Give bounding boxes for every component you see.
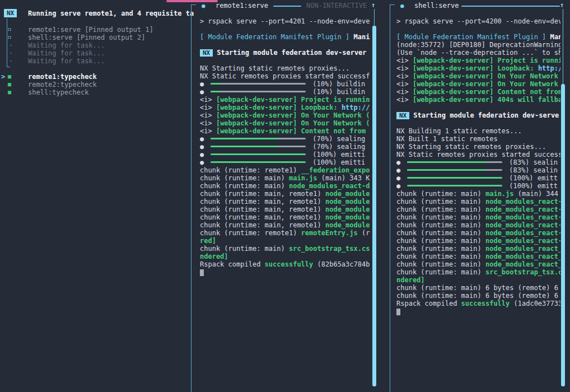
terminal-line: Rspack compiled successfully (1adc0e3773… xyxy=(396,300,560,307)
progress-label: (10%) buildin xyxy=(312,80,365,88)
progress-label: (83%) sealin xyxy=(509,166,558,174)
terminal-line: chunk (runtime: main) main.js (main) 343… xyxy=(200,174,370,182)
scrollbar-thumb[interactable] xyxy=(561,84,565,386)
terminal-line: ●(83%) sealin xyxy=(396,158,560,166)
status-dot-icon: ● xyxy=(202,2,205,10)
progress-bar xyxy=(211,161,306,163)
terminal-line xyxy=(396,307,560,315)
task-row-waiting[interactable]: · Waiting for task... xyxy=(0,41,191,49)
scroll-up-arrow[interactable]: ↑ xyxy=(371,1,375,9)
progress-bar xyxy=(211,91,306,92)
pane-shell-serve: ● shell:serve ↑ > rspack serve --port=42… xyxy=(390,0,570,392)
terminal-line: chunk (runtime: main, remote1) node_modu… xyxy=(200,198,370,206)
progress-bullet-icon: ● xyxy=(396,166,400,174)
task-label: Waiting for task... xyxy=(28,57,105,65)
progress-bar xyxy=(211,153,306,155)
pane-border-corner xyxy=(191,4,196,5)
terminal-line: chunk (runtime: main) node_modules_react… xyxy=(396,245,560,253)
nx-badge: NX xyxy=(200,49,213,57)
success-square-icon: ■ xyxy=(8,81,11,88)
pane-border xyxy=(191,4,191,392)
terminal-line: ndered] xyxy=(200,253,370,260)
task-label: shell:serve [Pinned output 2] xyxy=(28,34,146,41)
progress-label: (100%) emitti xyxy=(312,151,365,158)
scrollbar-track[interactable] xyxy=(563,9,563,84)
progress-bar xyxy=(407,161,502,163)
nx-logo-badge: NX xyxy=(4,9,17,17)
pending-dot-icon: · xyxy=(9,57,13,65)
terminal-line: chunk (runtime: remote1) remoteEntry.js … xyxy=(200,229,370,237)
progress-bar xyxy=(211,138,306,139)
progress-bar xyxy=(407,185,502,186)
terminal-line: NX Built 1 static remotes xyxy=(396,135,560,143)
spinner-icon: ⠶ xyxy=(7,34,12,41)
terminal-line xyxy=(200,57,370,64)
terminal-line: (Use `node --trace-deprecation ...` to s… xyxy=(396,49,560,57)
terminal-cursor xyxy=(396,309,400,315)
task-row-waiting[interactable]: · Waiting for task... xyxy=(0,49,191,57)
task-list-panel: NX Running serve remote1, and 4 requisit… xyxy=(0,0,191,392)
terminal-line: <i> [webpack-dev-server] On Your Network… xyxy=(200,111,370,119)
terminal-line: chunk (runtime: main) node_modules_react… xyxy=(396,237,560,245)
terminal-line: ndered] xyxy=(396,276,560,284)
terminal-line: > rspack serve --port=4201 --node-env=de… xyxy=(200,17,370,25)
terminal-line: <i> [webpack-dev-server] Content not fro… xyxy=(200,127,370,135)
success-square-icon: ■ xyxy=(8,73,11,81)
terminal-line: ●(100%) emitti xyxy=(200,158,370,166)
task-label: shell:typecheck xyxy=(28,88,88,96)
terminal-line: chunk (runtime: main) node_modules_react… xyxy=(396,206,560,213)
scrollbar-thumb[interactable] xyxy=(372,26,376,386)
task-row-shell-typecheck[interactable]: ■ shell:typecheck xyxy=(0,88,191,96)
terminal-line: NX Starting static remotes proxies... xyxy=(396,143,560,151)
terminal-output-remote1-serve: > rspack serve --port=4201 --node-env=de… xyxy=(200,17,370,390)
terminal-line: chunk (runtime: main, remote1) node_modu… xyxy=(200,206,370,213)
title-dash xyxy=(461,6,560,7)
task-row-remote1-serve[interactable]: ⠶ remote1:serve [Pinned output 1] xyxy=(0,26,191,34)
terminal-line xyxy=(200,268,370,276)
terminal-line: <i> [webpack-dev-server] 404s will fallb… xyxy=(396,96,560,104)
progress-bar xyxy=(407,177,502,179)
terminal-line: <i> [webpack-dev-server] Project is runn… xyxy=(200,96,370,104)
terminal-line: Rspack compiled successfully (82b65a3c78… xyxy=(200,260,370,268)
scroll-up-arrow[interactable]: ↑ xyxy=(560,1,564,9)
task-row-remote2-typecheck[interactable]: ■ remote2:typecheck xyxy=(0,81,191,88)
terminal-line: [ Module Federation Manifest Plugin ] Ma… xyxy=(200,33,370,41)
terminal-line: ●(10%) buildin xyxy=(200,88,370,96)
terminal-line: chunk (runtime: main) node_modules_react… xyxy=(396,221,560,229)
terminal-line: > rspack serve --port=4200 --node-env=de… xyxy=(396,17,560,25)
nx-badge: NX xyxy=(396,112,409,119)
success-square-icon: ■ xyxy=(8,88,11,96)
pane-title: shell:serve xyxy=(414,2,459,10)
terminal-line: [ Module Federation Manifest Plugin ] Ma… xyxy=(396,33,560,41)
progress-bullet-icon: ● xyxy=(396,158,400,166)
spinner-icon: ⠶ xyxy=(7,26,12,34)
terminal-line: chunk (runtime: main, remote1) node_modu… xyxy=(200,190,370,198)
terminal-line: chunk (runtime: main, remote1) node_modu… xyxy=(200,221,370,229)
progress-label: (10%) buildin xyxy=(312,88,365,96)
terminal-line: NX Starting static remotes proxies... xyxy=(200,64,370,72)
progress-bullet-icon: ● xyxy=(200,88,204,96)
task-row-remote1-typecheck[interactable]: > ■ remote1:typecheck xyxy=(0,73,191,81)
progress-bar xyxy=(407,169,502,171)
progress-bullet-icon: ● xyxy=(200,143,204,151)
task-row-shell-serve[interactable]: ⠶ shell:serve [Pinned output 2] xyxy=(0,34,191,41)
progress-bullet-icon: ● xyxy=(200,158,204,166)
progress-bar xyxy=(211,146,306,147)
terminal-line: <i> [webpack-dev-server] Loopback: http:… xyxy=(396,64,560,72)
terminal-line: <i> [webpack-dev-server] On Your Network… xyxy=(200,119,370,127)
pending-dot-icon: · xyxy=(9,49,13,57)
terminal-line: chunk (runtime: main) node_modules_react… xyxy=(396,229,560,237)
task-row-waiting[interactable]: · Waiting for task... xyxy=(0,57,191,65)
progress-bar xyxy=(211,83,306,85)
terminal-line: ●(100%) emitti xyxy=(200,151,370,158)
progress-bullet-icon: ● xyxy=(396,174,400,182)
terminal-line: chunk (runtime: main) node_modules_react… xyxy=(200,182,370,190)
terminal-line: chunk (runtime: main) node_modules_react… xyxy=(396,260,560,268)
scrollbar-track[interactable] xyxy=(374,9,375,26)
progress-bullet-icon: ● xyxy=(200,135,204,143)
pane-border-corner xyxy=(390,4,395,5)
terminal-line: chunk (runtime: main) 6 bytes (remote) 6 xyxy=(396,284,560,292)
terminal-line: ●(70%) sealing xyxy=(200,135,370,143)
terminal-line: ●(70%) sealing xyxy=(200,143,370,151)
terminal-line xyxy=(396,104,560,111)
